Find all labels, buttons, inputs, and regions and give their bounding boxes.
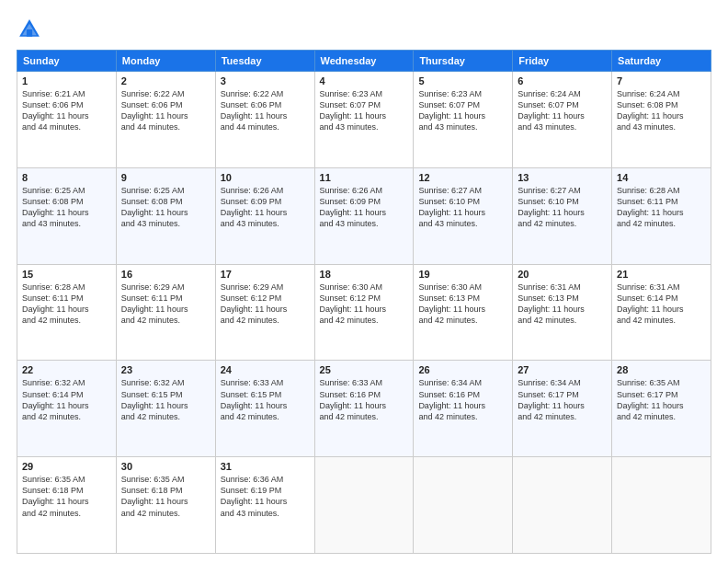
calendar-cell [314,457,414,554]
day-info: Sunrise: 6:29 AM Sunset: 6:11 PM Dayligh… [121,282,210,327]
day-number: 29 [22,461,111,472]
calendar-cell: 16Sunrise: 6:29 AM Sunset: 6:11 PM Dayli… [116,264,215,361]
calendar-cell: 21Sunrise: 6:31 AM Sunset: 6:14 PM Dayli… [612,264,711,361]
day-number: 2 [121,75,210,86]
day-info: Sunrise: 6:36 AM Sunset: 6:19 PM Dayligh… [221,474,310,519]
calendar-table: SundayMondayTuesdayWednesdayThursdayFrid… [17,50,711,554]
day-number: 17 [221,269,310,280]
day-number: 1 [22,75,111,86]
day-number: 20 [518,269,607,280]
day-number: 21 [617,269,706,280]
day-info: Sunrise: 6:35 AM Sunset: 6:18 PM Dayligh… [121,474,210,519]
page: SundayMondayTuesdayWednesdayThursdayFrid… [0,0,728,563]
calendar-cell: 15Sunrise: 6:28 AM Sunset: 6:11 PM Dayli… [17,264,117,361]
day-info: Sunrise: 6:33 AM Sunset: 6:15 PM Dayligh… [221,377,310,422]
day-number: 18 [320,269,409,280]
day-number: 12 [418,172,507,183]
day-number: 31 [221,461,310,472]
day-info: Sunrise: 6:31 AM Sunset: 6:14 PM Dayligh… [617,282,706,327]
calendar-cell: 10Sunrise: 6:26 AM Sunset: 6:09 PM Dayli… [215,167,314,264]
calendar-cell: 9Sunrise: 6:25 AM Sunset: 6:08 PM Daylig… [116,167,215,264]
day-number: 5 [418,75,507,86]
calendar-cell: 11Sunrise: 6:26 AM Sunset: 6:09 PM Dayli… [314,167,414,264]
day-info: Sunrise: 6:22 AM Sunset: 6:06 PM Dayligh… [121,88,210,133]
day-number: 11 [320,172,409,183]
header [17,17,711,42]
day-info: Sunrise: 6:25 AM Sunset: 6:08 PM Dayligh… [121,185,210,230]
day-info: Sunrise: 6:33 AM Sunset: 6:16 PM Dayligh… [320,377,409,422]
day-info: Sunrise: 6:26 AM Sunset: 6:09 PM Dayligh… [221,185,310,230]
calendar-cell [612,457,711,554]
calendar-cell: 5Sunrise: 6:23 AM Sunset: 6:07 PM Daylig… [414,72,513,168]
header-cell-sunday: Sunday [17,51,117,72]
day-info: Sunrise: 6:31 AM Sunset: 6:13 PM Dayligh… [518,282,607,327]
day-number: 15 [22,269,111,280]
day-number: 8 [22,172,111,183]
header-cell-monday: Monday [116,51,215,72]
day-number: 4 [320,75,409,86]
day-info: Sunrise: 6:27 AM Sunset: 6:10 PM Dayligh… [518,185,607,230]
day-info: Sunrise: 6:35 AM Sunset: 6:17 PM Dayligh… [617,377,706,422]
day-info: Sunrise: 6:24 AM Sunset: 6:08 PM Dayligh… [617,88,706,133]
day-number: 6 [518,75,607,86]
calendar-cell: 19Sunrise: 6:30 AM Sunset: 6:13 PM Dayli… [414,264,513,361]
calendar-cell: 13Sunrise: 6:27 AM Sunset: 6:10 PM Dayli… [513,167,612,264]
day-info: Sunrise: 6:34 AM Sunset: 6:16 PM Dayligh… [418,377,507,422]
day-number: 9 [121,172,210,183]
day-info: Sunrise: 6:28 AM Sunset: 6:11 PM Dayligh… [617,185,706,230]
day-number: 10 [221,172,310,183]
calendar-body: 1Sunrise: 6:21 AM Sunset: 6:06 PM Daylig… [17,72,711,554]
day-number: 16 [121,269,210,280]
calendar-row: 29Sunrise: 6:35 AM Sunset: 6:18 PM Dayli… [17,457,711,554]
calendar-cell: 22Sunrise: 6:32 AM Sunset: 6:14 PM Dayli… [17,361,117,457]
calendar-cell: 8Sunrise: 6:25 AM Sunset: 6:08 PM Daylig… [17,167,117,264]
calendar-cell: 18Sunrise: 6:30 AM Sunset: 6:12 PM Dayli… [314,264,414,361]
day-number: 13 [518,172,607,183]
header-cell-wednesday: Wednesday [314,51,414,72]
day-number: 28 [617,364,706,375]
day-number: 26 [418,364,507,375]
logo [17,17,46,42]
day-info: Sunrise: 6:26 AM Sunset: 6:09 PM Dayligh… [320,185,409,230]
day-info: Sunrise: 6:27 AM Sunset: 6:10 PM Dayligh… [418,185,507,230]
header-cell-tuesday: Tuesday [215,51,314,72]
calendar-row: 22Sunrise: 6:32 AM Sunset: 6:14 PM Dayli… [17,361,711,457]
calendar-cell: 25Sunrise: 6:33 AM Sunset: 6:16 PM Dayli… [314,361,414,457]
calendar-cell: 17Sunrise: 6:29 AM Sunset: 6:12 PM Dayli… [215,264,314,361]
day-number: 7 [617,75,706,86]
calendar-cell: 4Sunrise: 6:23 AM Sunset: 6:07 PM Daylig… [314,72,414,168]
calendar-cell: 31Sunrise: 6:36 AM Sunset: 6:19 PM Dayli… [215,457,314,554]
calendar-cell: 24Sunrise: 6:33 AM Sunset: 6:15 PM Dayli… [215,361,314,457]
calendar-cell [513,457,612,554]
day-info: Sunrise: 6:29 AM Sunset: 6:12 PM Dayligh… [221,282,310,327]
calendar-cell [414,457,513,554]
calendar-header: SundayMondayTuesdayWednesdayThursdayFrid… [17,51,711,72]
day-info: Sunrise: 6:28 AM Sunset: 6:11 PM Dayligh… [22,282,111,327]
day-number: 19 [418,269,507,280]
day-info: Sunrise: 6:21 AM Sunset: 6:06 PM Dayligh… [22,88,111,133]
day-number: 22 [22,364,111,375]
calendar-cell: 26Sunrise: 6:34 AM Sunset: 6:16 PM Dayli… [414,361,513,457]
calendar-cell: 23Sunrise: 6:32 AM Sunset: 6:15 PM Dayli… [116,361,215,457]
day-info: Sunrise: 6:24 AM Sunset: 6:07 PM Dayligh… [518,88,607,133]
calendar-cell: 27Sunrise: 6:34 AM Sunset: 6:17 PM Dayli… [513,361,612,457]
calendar-cell: 3Sunrise: 6:22 AM Sunset: 6:06 PM Daylig… [215,72,314,168]
calendar-row: 8Sunrise: 6:25 AM Sunset: 6:08 PM Daylig… [17,167,711,264]
calendar-cell: 14Sunrise: 6:28 AM Sunset: 6:11 PM Dayli… [612,167,711,264]
calendar-cell: 30Sunrise: 6:35 AM Sunset: 6:18 PM Dayli… [116,457,215,554]
calendar-cell: 2Sunrise: 6:22 AM Sunset: 6:06 PM Daylig… [116,72,215,168]
day-info: Sunrise: 6:32 AM Sunset: 6:15 PM Dayligh… [121,377,210,422]
day-number: 27 [518,364,607,375]
calendar-cell: 1Sunrise: 6:21 AM Sunset: 6:06 PM Daylig… [17,72,117,168]
calendar-cell: 28Sunrise: 6:35 AM Sunset: 6:17 PM Dayli… [612,361,711,457]
calendar-cell: 29Sunrise: 6:35 AM Sunset: 6:18 PM Dayli… [17,457,117,554]
calendar-cell: 20Sunrise: 6:31 AM Sunset: 6:13 PM Dayli… [513,264,612,361]
day-number: 14 [617,172,706,183]
day-info: Sunrise: 6:22 AM Sunset: 6:06 PM Dayligh… [221,88,310,133]
calendar-cell: 7Sunrise: 6:24 AM Sunset: 6:08 PM Daylig… [612,72,711,168]
svg-rect-2 [27,29,32,37]
day-info: Sunrise: 6:30 AM Sunset: 6:13 PM Dayligh… [418,282,507,327]
calendar-row: 1Sunrise: 6:21 AM Sunset: 6:06 PM Daylig… [17,72,711,168]
calendar-cell: 6Sunrise: 6:24 AM Sunset: 6:07 PM Daylig… [513,72,612,168]
day-info: Sunrise: 6:34 AM Sunset: 6:17 PM Dayligh… [518,377,607,422]
